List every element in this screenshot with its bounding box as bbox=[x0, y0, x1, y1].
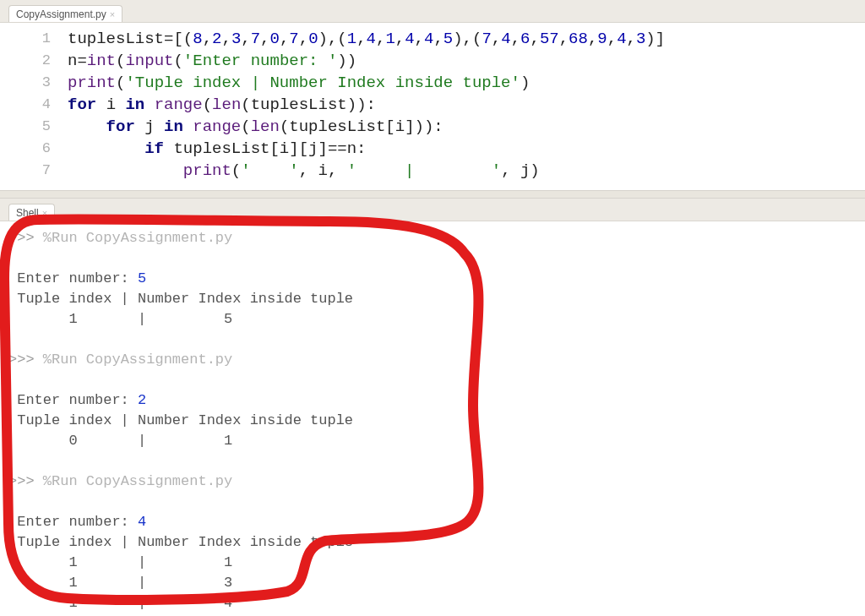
editor-tab[interactable]: CopyAssignment.py × bbox=[8, 5, 122, 22]
line-number: 5 bbox=[0, 116, 68, 138]
code-line-4[interactable]: for i in range(len(tuplesList)): bbox=[68, 94, 865, 116]
code-line-3[interactable]: print('Tuple index | Number Index inside… bbox=[68, 72, 865, 94]
code-line-6[interactable]: if tuplesList[i][j]==n: bbox=[68, 138, 865, 160]
shell-output-row: 1 | 1 bbox=[8, 553, 865, 573]
shell-run-line: >>> %Run CopyAssignment.py bbox=[8, 472, 865, 492]
shell-input-line: Enter number: 2 bbox=[8, 390, 865, 411]
line-number: 1 bbox=[0, 28, 68, 50]
editor-tab-label: CopyAssignment.py bbox=[16, 8, 106, 20]
code-editor[interactable]: 1 tuplesList=[(8,2,3,7,0,7,0),(1,4,1,4,4… bbox=[0, 23, 865, 190]
shell-output-header: Tuple index | Number Index inside tuple bbox=[8, 289, 865, 309]
code-line-2[interactable]: n=int(input('Enter number: ')) bbox=[68, 50, 865, 72]
shell-output-row: 1 | 4 bbox=[8, 593, 865, 613]
code-line-7[interactable]: print(' ', i, ' | ', j) bbox=[68, 160, 865, 182]
shell-tabbar: Shell × bbox=[0, 199, 865, 221]
shell-output-row: 1 | 5 bbox=[8, 309, 865, 330]
shell-tab-label: Shell bbox=[16, 207, 39, 219]
shell-run-line: >>> %Run CopyAssignment.py bbox=[8, 350, 865, 370]
line-number: 2 bbox=[0, 50, 68, 72]
code-line-5[interactable]: for j in range(len(tuplesList[i])): bbox=[68, 116, 865, 138]
line-number: 6 bbox=[0, 138, 68, 160]
pane-divider[interactable] bbox=[0, 190, 865, 199]
shell-input-line: Enter number: 4 bbox=[8, 512, 865, 532]
shell-tab[interactable]: Shell × bbox=[8, 204, 55, 221]
line-number: 4 bbox=[0, 94, 68, 116]
close-icon[interactable]: × bbox=[110, 9, 115, 19]
code-line-1[interactable]: tuplesList=[(8,2,3,7,0,7,0),(1,4,1,4,4,5… bbox=[68, 28, 865, 50]
shell-output-header: Tuple index | Number Index inside tuple bbox=[8, 532, 865, 553]
shell-output-row: 1 | 3 bbox=[8, 573, 865, 593]
shell-input-line: Enter number: 5 bbox=[8, 269, 865, 289]
close-icon[interactable]: × bbox=[42, 208, 47, 218]
editor-tabbar: CopyAssignment.py × bbox=[0, 0, 865, 23]
shell-output-header: Tuple index | Number Index inside tuple bbox=[8, 411, 865, 431]
shell-run-line: >>> %Run CopyAssignment.py bbox=[8, 228, 865, 248]
shell-output-row: 0 | 1 bbox=[8, 431, 865, 451]
line-number: 3 bbox=[0, 72, 68, 94]
line-number: 7 bbox=[0, 160, 68, 182]
shell-output[interactable]: >>> %Run CopyAssignment.py Enter number:… bbox=[0, 221, 865, 616]
